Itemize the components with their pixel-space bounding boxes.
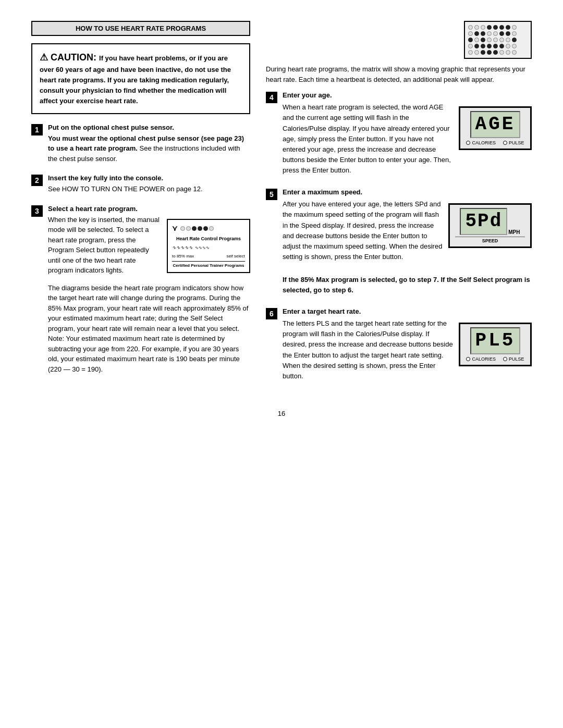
right-intro-para: During heart rate programs, the matrix w…	[266, 64, 532, 85]
step-3-content: Select a heart rate program. When the ke…	[48, 205, 250, 378]
warning-icon: ⚠	[40, 52, 48, 63]
step-number-6: 6	[266, 308, 277, 319]
step-3-body: When the key is inserted, the manual mod…	[48, 215, 250, 375]
step-number-2: 2	[31, 175, 43, 186]
step-1: 1 Put on the optional chest pulse sensor…	[31, 124, 250, 167]
step-5-instruction: If the 85% Max program is selected, go t…	[283, 275, 532, 295]
step-1-content: Put on the optional chest pulse sensor. …	[48, 124, 250, 167]
step-number-3: 3	[31, 205, 43, 217]
pls-calories-label: CALORIES	[472, 356, 496, 362]
step-5-title: Enter a maximum speed.	[283, 188, 532, 196]
speed-bottom-label: SPEED	[455, 237, 525, 243]
caution-box: ⚠ CAUTION: If you have heart problems, o…	[31, 43, 250, 114]
step-3-img-wrap: When the key is inserted, the manual mod…	[48, 215, 250, 279]
step-1-body: You must wear the optional chest pulse s…	[48, 133, 250, 164]
pls-labels: CALORIES PULSE	[466, 356, 525, 362]
step-5-body-wrap: 5Pd MPH SPEED After you have entered you…	[283, 199, 532, 268]
age-labels: CALORIES PULSE	[466, 140, 525, 145]
step-5-content: Enter a maximum speed. 5Pd MPH SPEED	[283, 188, 532, 301]
step-3-text: When the key is inserted, the manual mod…	[48, 215, 162, 279]
step-number-1: 1	[31, 124, 43, 135]
step-4-title: Enter your age.	[283, 91, 532, 99]
hr-certified-label: Certified Personal Trainer Programs	[172, 261, 245, 269]
matrix-row-4	[468, 44, 528, 48]
step-6-content: Enter a target heart rate. PL5 CALORIES	[283, 307, 532, 388]
right-step-6: 6 Enter a target heart rate. PL5 CAL	[266, 307, 532, 388]
speed-lcd: 5Pd MPH SPEED	[448, 203, 532, 248]
hr-labels: to 85% max self select	[172, 253, 245, 260]
speed-display: 5Pd MPH SPEED	[448, 199, 532, 252]
step-3: 3 Select a heart rate program. When the …	[31, 205, 250, 378]
page-wrapper: HOW TO USE HEART RATE PROGRAMS ⚠ CAUTION…	[31, 21, 532, 417]
age-lcd: AGE CALORIES PULSE	[459, 106, 532, 150]
hr-wave-label: ∿∿∿∿∿	[172, 244, 193, 252]
right-step-4: 4 Enter your age. AGE CALORIES	[266, 91, 532, 182]
pulse-label: PULSE	[509, 140, 524, 145]
pls-pulse-item: PULSE	[503, 356, 524, 362]
step-3-title: Select a heart rate program.	[48, 205, 250, 213]
console-arrow-icon: ⋎	[172, 223, 177, 234]
section-header: HOW TO USE HEART RATE PROGRAMS	[31, 21, 250, 36]
caution-title: ⚠ CAUTION:	[40, 52, 99, 63]
pulse-label-item: PULSE	[503, 140, 524, 145]
pls-calories-item: CALORIES	[466, 356, 496, 362]
calories-label-item: CALORIES	[466, 140, 496, 145]
left-column: HOW TO USE HEART RATE PROGRAMS ⚠ CAUTION…	[31, 21, 250, 394]
page-content: HOW TO USE HEART RATE PROGRAMS ⚠ CAUTION…	[31, 21, 532, 394]
hr-wave-self: ∿∿∿∿	[195, 245, 210, 251]
pls-pulse-label: PULSE	[509, 356, 524, 362]
matrix-row-5	[468, 50, 528, 55]
mph-label: MPH	[508, 229, 520, 235]
matrix-display	[464, 21, 532, 59]
step-4-body-wrap: AGE CALORIES PULSE	[283, 102, 532, 182]
step-2-body: See HOW TO TURN ON THE POWER on page 12.	[48, 184, 250, 194]
hr-program-box: ⋎	[167, 219, 250, 273]
pulse-circle	[503, 141, 507, 145]
step-1-title: Put on the optional chest pulse sensor.	[48, 124, 250, 131]
pls-digits: PL5	[470, 327, 521, 354]
calories-circle	[466, 141, 470, 145]
matrix-row-1	[468, 25, 528, 30]
hr-wave-wrap: ∿∿∿∿∿ ∿∿∿∿	[172, 244, 245, 252]
right-intro-text: During heart rate programs, the matrix w…	[266, 65, 525, 83]
section-title: HOW TO USE HEART RATE PROGRAMS	[76, 24, 206, 32]
right-step-5: 5 Enter a maximum speed. 5Pd MPH SPEED	[266, 188, 532, 301]
age-display: AGE CALORIES PULSE	[459, 102, 532, 154]
right-column: During heart rate programs, the matrix w…	[266, 21, 532, 394]
step-2-title: Insert the key fully into the console.	[48, 174, 250, 182]
hr-label-right: self select	[226, 253, 245, 260]
step-6-body-wrap: PL5 CALORIES PULSE	[283, 318, 532, 388]
calories-label: CALORIES	[472, 140, 496, 145]
step-number-4: 4	[266, 92, 277, 103]
hr-label-left: to 85% max	[172, 253, 194, 260]
step-2-content: Insert the key fully into the console. S…	[48, 174, 250, 198]
console-dots	[180, 226, 214, 231]
age-digits: AGE	[470, 111, 521, 138]
pls-calories-circle	[466, 357, 470, 361]
step-2: 2 Insert the key fully into the console.…	[31, 174, 250, 198]
step-number-5: 5	[266, 189, 277, 200]
page-number: 16	[31, 410, 532, 417]
pls-display: PL5 CALORIES PULSE	[459, 318, 532, 371]
pls-lcd: PL5 CALORIES PULSE	[459, 323, 532, 366]
hr-program-title: Heart Rate Control Programs	[172, 236, 245, 243]
matrix-display-wrap	[266, 21, 532, 59]
speed-digits-wrap: 5Pd MPH	[455, 208, 525, 235]
speed-digits: 5Pd	[460, 208, 507, 235]
matrix-row-2	[468, 31, 528, 36]
step-6-title: Enter a target heart rate.	[283, 307, 532, 315]
step-4-content: Enter your age. AGE CALORIES	[283, 91, 532, 182]
pls-pulse-circle	[503, 357, 507, 361]
matrix-row-3	[468, 38, 528, 42]
step-3-image: ⋎	[167, 215, 250, 273]
